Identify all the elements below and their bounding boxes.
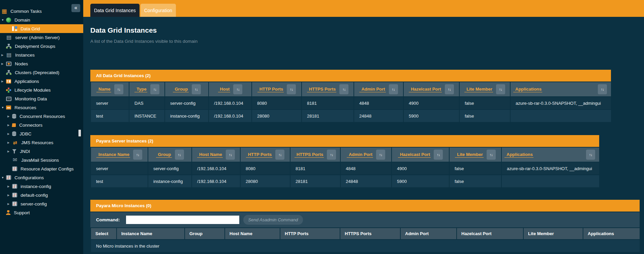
chevron-right-icon[interactable]: ▶ [1,80,6,83]
sidebar-item-data-grid[interactable]: Data Grid [0,24,83,33]
chevron-right-icon[interactable]: ▶ [7,132,12,135]
sidebar-item-configurations[interactable]: ▼Configurations [0,173,83,182]
sort-link-http-ports[interactable]: HTTP Ports [257,87,284,92]
sidebar-item-instance-config[interactable]: ▶instance-config [0,182,83,191]
sort-icon[interactable] [133,150,142,160]
sidebar-item-nodes[interactable]: ▶Nodes [0,59,83,68]
empty-row: No Micro instances in the cluster [91,240,640,252]
sort-link-name[interactable]: Name [96,87,111,92]
command-input[interactable] [126,216,239,224]
chevron-right-icon[interactable]: ▶ [7,141,12,144]
sort-link-lite-member[interactable]: Lite Member [464,87,493,92]
chevron-down-icon[interactable]: ▼ [1,176,6,179]
chevron-right-icon[interactable]: ▶ [7,185,12,188]
sidebar-item-server-admin-server[interactable]: server (Admin Server) [0,33,83,42]
sort-icon[interactable] [496,84,505,94]
sort-icon[interactable] [445,84,454,94]
sidebar-item-server-config[interactable]: ▶server-config [0,199,83,208]
sort-link-admin-port[interactable]: Admin Port [347,152,373,158]
sidebar-item-applications[interactable]: ▶Applications [0,77,83,86]
sidebar-item-clusters-deprecated[interactable]: Clusters (Deprecated) [0,68,83,77]
cell: 4900 [392,162,449,175]
tab-configuration[interactable]: Configuration [141,4,176,17]
sort-icon[interactable] [487,150,496,160]
sort-link-applications[interactable]: Applications [504,152,533,158]
payara-micro-instances-table: SelectInstance NameGroupHost NameHTTP Po… [90,227,640,253]
column-header-instance-name: Instance Name [91,147,148,162]
sort-link-hazelcast-port[interactable]: Hazelcast Port [398,152,431,158]
sort-icon[interactable] [150,84,159,94]
sort-icon[interactable] [233,84,242,94]
chevron-right-icon[interactable]: ▶ [1,62,6,65]
sort-link-http-ports[interactable]: HTTP Ports [246,152,273,158]
sidebar-item-connectors[interactable]: ▶Connectors [0,121,83,129]
chevron-right-icon[interactable]: ▶ [7,115,12,118]
sidebar-item-monitoring-data[interactable]: Monitoring Data [0,94,83,103]
sort-link-group[interactable]: Group [156,152,172,158]
column-header-http-ports: HTTP Ports [240,147,290,162]
sort-link-group[interactable]: Group [173,87,189,92]
chevron-down-icon[interactable]: ▼ [1,19,6,22]
sidebar-item-jms-resources[interactable]: ▶JMS Resources [0,138,83,147]
chevron-right-icon[interactable]: ▶ [7,150,12,153]
chevron-right-icon[interactable]: ▶ [7,124,12,127]
sort-icon[interactable] [327,150,336,160]
sidebar-item-default-config[interactable]: ▶default-config [0,191,83,199]
sidebar-item-jdbc[interactable]: ▶JDBC [0,129,83,138]
chevron-right-icon[interactable]: ▶ [7,202,12,205]
sidebar-item-lifecycle-modules[interactable]: Lifecycle Modules [0,86,83,94]
sort-link-host-name[interactable]: Host Name [197,152,223,158]
sort-icon[interactable] [598,84,607,94]
chevron-right-icon[interactable]: ▶ [1,54,6,57]
sort-icon[interactable] [114,84,123,94]
sidebar-item-deployment-groups[interactable]: Deployment Groups [0,42,83,51]
sort-icon[interactable] [434,150,443,160]
sort-link-applications[interactable]: Applications [513,87,542,92]
sidebar-item-instances[interactable]: ▶Instances [0,51,83,59]
sort-icon[interactable] [376,150,385,160]
sort-icon[interactable] [175,150,184,160]
sidebar-item-resources[interactable]: ▼Resources [0,103,83,112]
sort-link-type[interactable]: Type [134,87,147,92]
sidebar-item-domain[interactable]: ▼Domain [0,15,83,24]
sort-icon[interactable] [339,84,348,94]
send-asadmin-command-button[interactable]: Send Asadmin Command [243,215,303,225]
sidebar-item-javamail-sessions[interactable]: JavaMail Sessions [0,156,83,164]
cell: 28080 [252,109,302,122]
sidebar-item-support[interactable]: Support [0,208,83,217]
sidebar-item-concurrent-resources[interactable]: ▶Concurrent Resources [0,112,83,121]
sidebar-nav: Common Tasks▼DomainData Gridserver (Admi… [0,0,83,217]
cell: 5900 [403,109,459,122]
sort-icon[interactable] [287,84,296,94]
funnel-icon [12,149,17,154]
server-icon [6,52,12,58]
sidebar-item-label: Deployment Groups [15,44,55,49]
sidebar-scrollbar-thumb[interactable] [79,130,81,136]
sort-link-https-ports[interactable]: HTTPS Ports [295,152,324,158]
chevron-down-icon[interactable]: ▼ [1,106,6,109]
sort-link-lite-member[interactable]: Lite Member [455,152,484,158]
db-icon [12,114,16,119]
sort-icon[interactable] [275,150,284,160]
sidebar-item-jndi[interactable]: ▶JNDI [0,147,83,156]
sort-link-hazelcast-port[interactable]: Hazelcast Port [409,87,442,92]
sort-link-admin-port[interactable]: Admin Port [359,87,386,92]
sort-link-https-ports[interactable]: HTTPS Ports [307,87,336,92]
sidebar-item-label: Lifecycle Modules [14,88,51,93]
sidebar-item-common-tasks[interactable]: Common Tasks [0,7,83,15]
tasks-icon [1,8,7,14]
sort-icon[interactable] [586,150,595,160]
sort-icon[interactable] [389,84,398,94]
sort-link-host[interactable]: Host [218,87,231,92]
sidebar-item-label: Resources [14,105,36,110]
chevron-right-icon[interactable]: ▶ [7,194,12,197]
cell: 28080 [240,175,290,188]
cell [510,109,611,122]
sort-icon[interactable] [192,84,201,94]
sort-icon[interactable] [226,150,235,160]
sort-link-instance-name[interactable]: Instance Name [96,152,130,158]
sidebar-item-resource-adapter-configs[interactable]: Resource Adapter Configs [0,164,83,173]
tab-data-grid-instances[interactable]: Data Grid Instances [90,4,140,17]
puzzle-icon [12,123,16,127]
sidebar-collapse-icon[interactable] [71,4,80,12]
